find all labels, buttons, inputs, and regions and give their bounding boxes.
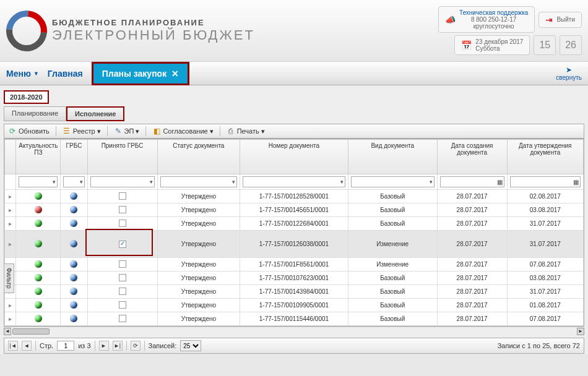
accepted-checkbox[interactable] xyxy=(119,301,126,309)
approval-button[interactable]: ◧Согласование▾ xyxy=(152,127,213,135)
table-row[interactable]: ▸Утверждено1-77-157/00128528/0001Базовый… xyxy=(5,190,584,203)
col-grbs[interactable]: ГРБС xyxy=(61,140,87,174)
cell-kind: Базовый xyxy=(348,190,437,203)
cell-kind: Базовый xyxy=(348,312,437,326)
accepted-checkbox[interactable] xyxy=(119,274,126,281)
cell-number: 1-77-157/00115446/0001 xyxy=(240,312,348,326)
nav-home[interactable]: Главная xyxy=(48,69,83,79)
cell-status: Утверждено xyxy=(157,258,240,271)
col-number[interactable]: Номер документа xyxy=(240,140,348,174)
scroll-left-icon[interactable]: ◄ xyxy=(4,328,11,335)
accepted-checkbox[interactable] xyxy=(119,288,126,295)
status-ball-green xyxy=(35,192,42,200)
col-accepted[interactable]: Принято ГРБС xyxy=(87,140,157,174)
app-title: ЭЛЕКТРОННЫЙ БЮДЖЕТ xyxy=(52,27,255,43)
subtab-execution[interactable]: Исполнение xyxy=(66,106,124,121)
accepted-checkbox[interactable] xyxy=(119,220,126,227)
menu-button[interactable]: Меню▼ xyxy=(6,69,39,79)
table-row[interactable]: ▸Утверждено1-77-157/00109905/0001Базовый… xyxy=(5,299,584,312)
col-created[interactable]: Дата создания документа xyxy=(437,140,507,174)
refresh-icon: ⟳ xyxy=(8,127,17,135)
accepted-checkbox[interactable] xyxy=(119,260,126,268)
data-grid: Актуальность ПЗ ГРБС Принято ГРБС Статус… xyxy=(4,139,584,327)
table-row[interactable]: ▸Утверждено1-77-157/00107623/0001Базовый… xyxy=(5,271,584,285)
pager-first[interactable]: |◄ xyxy=(8,341,18,351)
pager-next[interactable]: ► xyxy=(99,341,109,351)
expand-icon[interactable]: ▸ xyxy=(5,231,16,258)
accepted-checkbox[interactable] xyxy=(119,192,126,200)
status-ball-green xyxy=(35,288,42,295)
logo-icon xyxy=(6,11,47,51)
expand-icon[interactable]: ▸ xyxy=(5,312,16,326)
signature-button[interactable]: ✎ЭП▾ xyxy=(114,127,140,135)
table-row[interactable]: ▸Утверждено1-77-157/001F8561/0001Изменен… xyxy=(5,258,584,271)
print-button[interactable]: ⎙Печать▾ xyxy=(227,127,265,135)
cell-approved: 02.08.2017 xyxy=(507,190,583,203)
col-actuality[interactable]: Актуальность ПЗ xyxy=(16,140,61,174)
filter-actuality[interactable] xyxy=(19,176,58,187)
megaphone-icon: 📣 xyxy=(445,15,456,25)
table-row[interactable]: ▸Утверждено1-77-157/00145651/0001Базовый… xyxy=(5,203,584,217)
table-row[interactable]: ▸Утверждено1-77-157/00143984/0001Базовый… xyxy=(5,285,584,299)
horizontal-scrollbar[interactable]: ◄ ► xyxy=(4,327,584,336)
filter-created[interactable] xyxy=(440,176,504,187)
col-status[interactable]: Статус документа xyxy=(157,140,240,174)
cell-approved: 01.08.2017 xyxy=(507,299,583,312)
expand-icon[interactable]: ▸ xyxy=(5,203,16,217)
close-tab-icon[interactable]: ✕ xyxy=(171,69,179,79)
pager-refresh[interactable]: ⟳ xyxy=(131,341,141,351)
cell-created: 28.07.2017 xyxy=(437,258,507,271)
scroll-thumb[interactable] xyxy=(12,328,50,335)
accepted-checkbox[interactable] xyxy=(119,315,126,322)
cell-approved: 07.08.2017 xyxy=(507,258,583,271)
cell-created: 28.07.2017 xyxy=(437,271,507,285)
column-headers: Актуальность ПЗ ГРБС Принято ГРБС Статус… xyxy=(5,140,584,174)
grbs-ball xyxy=(70,315,77,322)
col-kind[interactable]: Вид документа xyxy=(348,140,437,174)
filter-status[interactable] xyxy=(160,176,238,187)
filter-number[interactable] xyxy=(243,176,345,187)
scroll-right-icon[interactable]: ► xyxy=(577,328,584,335)
filter-sidebar-tab[interactable]: Фильтр xyxy=(4,263,14,293)
page-input[interactable] xyxy=(57,341,74,351)
table-row[interactable]: ▸Утверждено1-77-157/00115446/0001Базовый… xyxy=(5,312,584,326)
chevron-down-icon: ▼ xyxy=(33,70,39,77)
col-approved[interactable]: Дата утверждения документа xyxy=(507,140,583,174)
page-size-select[interactable]: 25 xyxy=(180,340,201,351)
expand-icon[interactable]: ▸ xyxy=(5,299,16,312)
filter-approved[interactable] xyxy=(510,176,581,187)
cell-status: Утверждено xyxy=(157,203,240,217)
expand-icon[interactable]: ▸ xyxy=(5,190,16,203)
filter-kind[interactable] xyxy=(351,176,435,187)
tab-procurement-plans[interactable]: Планы закупок ✕ xyxy=(92,62,189,85)
expand-icon[interactable]: ▸ xyxy=(5,217,16,231)
cell-number: 1-77-157/00109905/0001 xyxy=(240,299,348,312)
pager-prev[interactable]: ◄ xyxy=(22,341,32,351)
arrow-up-icon: ➤ xyxy=(566,66,572,74)
grbs-ball xyxy=(70,192,77,200)
row-expander-header xyxy=(5,140,16,174)
cell-number: 1-77-157/00128528/0001 xyxy=(240,190,348,203)
cell-approved: 31.07.2017 xyxy=(507,217,583,231)
subtab-planning[interactable]: Планирование xyxy=(4,106,66,121)
filter-grbs[interactable] xyxy=(63,176,84,187)
year-range-tab[interactable]: 2018-2020 xyxy=(4,90,49,104)
registry-button[interactable]: ☰Реестр▾ xyxy=(63,127,101,135)
pager-last[interactable]: ►| xyxy=(113,341,123,351)
refresh-button[interactable]: ⟳Обновить xyxy=(8,127,50,135)
cell-kind: Базовый xyxy=(348,217,437,231)
logout-button[interactable]: ⇥ Выйти xyxy=(538,12,582,28)
collapse-button[interactable]: ➤ свернуть xyxy=(556,66,582,81)
status-ball-red xyxy=(35,206,42,213)
accepted-checkbox[interactable] xyxy=(119,206,126,213)
cell-number: 1-77-157/00143984/0001 xyxy=(240,285,348,299)
filter-accepted[interactable] xyxy=(90,176,155,187)
chevron-down-icon: ▾ xyxy=(261,127,265,135)
cell-created: 28.07.2017 xyxy=(437,312,507,326)
chevron-down-icon: ▾ xyxy=(210,127,214,135)
cell-approved: 07.08.2017 xyxy=(507,312,583,326)
status-ball-green xyxy=(35,220,42,227)
page-of: из 3 xyxy=(78,342,90,349)
cell-number: 1-77-157/00126038/0001 xyxy=(240,231,348,258)
page-label: Стр. xyxy=(40,342,53,349)
